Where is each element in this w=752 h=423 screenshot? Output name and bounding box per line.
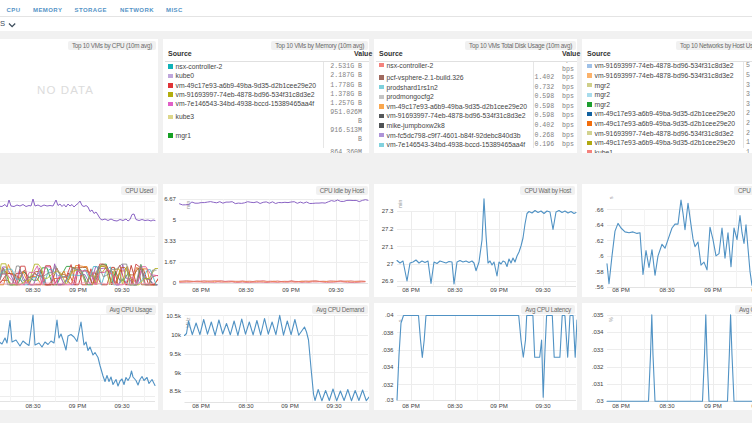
svg-text:08:30: 08:30 <box>447 287 463 293</box>
svg-text:08:30: 08:30 <box>659 287 675 293</box>
svg-text:8.5k: 8.5k <box>170 388 182 394</box>
svg-text:s: s <box>608 196 614 199</box>
svg-text:.66: .66 <box>595 207 604 213</box>
svg-text:0: 0 <box>173 280 177 286</box>
svg-text:09:30: 09:30 <box>114 287 130 293</box>
svg-text:09 PM: 09 PM <box>704 403 721 409</box>
svg-text:08:30: 08:30 <box>25 403 41 409</box>
svg-text:5: 5 <box>173 217 177 223</box>
svg-text:09:30: 09:30 <box>535 287 551 293</box>
svg-text:.64: .64 <box>595 222 604 228</box>
svg-text:08:30: 08:30 <box>659 403 675 409</box>
svg-text:08 PM: 08 PM <box>612 287 629 293</box>
svg-text:.56: .56 <box>595 284 604 290</box>
svg-text:27: 27 <box>387 261 394 267</box>
svg-text:1.67: 1.67 <box>164 259 176 265</box>
svg-text:09 PM: 09 PM <box>704 287 721 293</box>
svg-text:min: min <box>397 200 403 208</box>
svg-text:09 PM: 09 PM <box>281 403 298 409</box>
svg-text:.032: .032 <box>382 382 394 388</box>
svg-text:%: % <box>608 317 614 322</box>
svg-text:09:30: 09:30 <box>328 287 344 293</box>
svg-text:10.5k: 10.5k <box>166 313 182 319</box>
svg-text:08:30: 08:30 <box>447 403 463 409</box>
svg-text:08 PM: 08 PM <box>402 287 419 293</box>
svg-text:10k: 10k <box>171 332 182 338</box>
svg-text:.035: .035 <box>592 312 604 318</box>
svg-text:08:30: 08:30 <box>238 403 254 409</box>
svg-text:27.2: 27.2 <box>382 226 394 232</box>
svg-text:09 PM: 09 PM <box>490 287 507 293</box>
svg-text:09:30: 09:30 <box>535 403 551 409</box>
svg-text:9k: 9k <box>175 370 182 376</box>
svg-text:27.1: 27.1 <box>382 244 394 250</box>
svg-text:26.9: 26.9 <box>382 278 394 284</box>
svg-text:09 PM: 09 PM <box>69 287 86 293</box>
svg-text:.034: .034 <box>382 364 394 370</box>
svg-text:.036: .036 <box>382 347 394 353</box>
svg-text:9.5k: 9.5k <box>170 351 182 357</box>
svg-text:09 PM: 09 PM <box>490 403 507 409</box>
svg-text:.038: .038 <box>382 330 394 336</box>
svg-text:.033: .033 <box>592 347 604 353</box>
svg-text:09:30: 09:30 <box>114 403 130 409</box>
svg-text:6.67: 6.67 <box>164 196 176 202</box>
svg-text:27.3: 27.3 <box>382 208 394 214</box>
svg-text:.62: .62 <box>595 238 604 244</box>
svg-text:08 PM: 08 PM <box>192 287 209 293</box>
svg-text:08 PM: 08 PM <box>402 403 419 409</box>
svg-text:.03: .03 <box>385 397 394 403</box>
svg-text:.6: .6 <box>598 253 604 259</box>
svg-text:09 PM: 09 PM <box>282 287 299 293</box>
svg-text:.58: .58 <box>595 269 604 275</box>
svg-text:08:30: 08:30 <box>238 287 254 293</box>
svg-text:09 PM: 09 PM <box>69 403 86 409</box>
svg-text:.034: .034 <box>592 329 604 335</box>
svg-text:08:30: 08:30 <box>25 287 41 293</box>
svg-text:08 PM: 08 PM <box>192 403 209 409</box>
svg-text:09:30: 09:30 <box>326 403 342 409</box>
svg-text:3.33: 3.33 <box>164 238 176 244</box>
svg-text:.04: .04 <box>385 312 394 318</box>
svg-text:.032: .032 <box>592 364 604 370</box>
svg-text:.031: .031 <box>592 381 604 387</box>
svg-text:.03: .03 <box>595 398 604 404</box>
svg-text:08 PM: 08 PM <box>612 403 629 409</box>
